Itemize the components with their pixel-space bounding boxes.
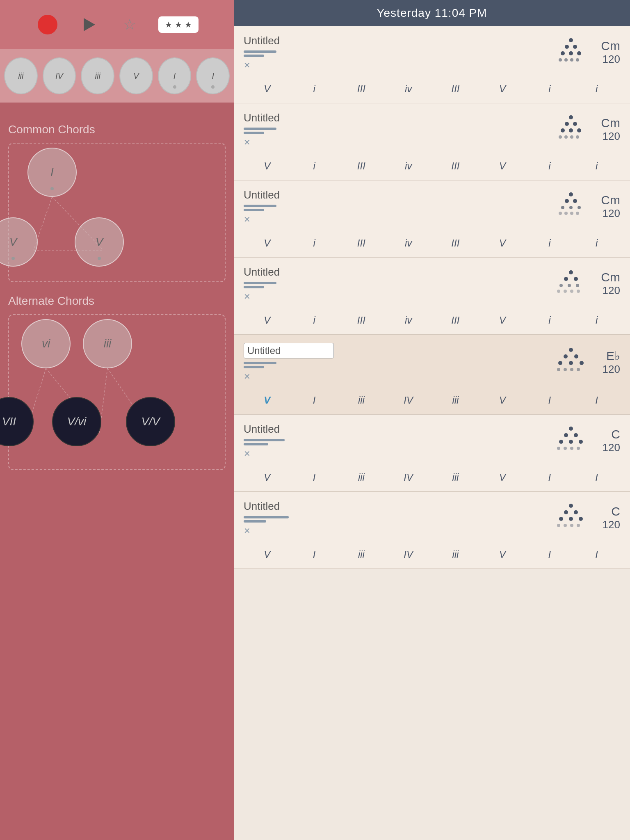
song-cross: ✕: [244, 449, 546, 459]
left-content: Common Chords I V: [0, 103, 234, 478]
dot-indicator: [211, 85, 215, 89]
song-cross: ✕: [244, 292, 546, 301]
svg-point-34: [564, 212, 568, 215]
svg-point-21: [569, 128, 573, 132]
svg-point-65: [570, 447, 573, 450]
svg-point-60: [559, 440, 563, 444]
svg-point-9: [573, 45, 577, 49]
svg-point-74: [564, 524, 567, 527]
common-chords-label: Common Chords: [8, 123, 226, 136]
svg-point-70: [559, 517, 563, 521]
song-line: [244, 520, 266, 523]
song-item-1[interactable]: Untitled ✕: [234, 26, 630, 103]
svg-point-57: [569, 427, 573, 431]
svg-point-59: [574, 433, 578, 437]
svg-point-46: [577, 290, 580, 293]
node-V-V[interactable]: V/V: [126, 397, 175, 446]
node-dot: [50, 187, 54, 190]
song-info-7: Untitled ✕: [244, 500, 546, 536]
dot-pattern-svg-eb: [555, 346, 587, 379]
song-item-6[interactable]: Untitled ✕: [234, 415, 630, 492]
song-key-1: Cm 120: [596, 39, 620, 66]
svg-point-42: [576, 284, 579, 287]
chord-bubble-4[interactable]: V: [119, 57, 153, 94]
svg-point-14: [564, 58, 568, 62]
node-V[interactable]: V: [75, 217, 124, 267]
node-iii[interactable]: iii: [83, 319, 132, 368]
svg-point-23: [559, 135, 562, 139]
song-item-3[interactable]: Untitled ✕: [234, 180, 630, 258]
song-dots-5: [555, 346, 587, 379]
svg-point-69: [574, 510, 578, 514]
chord-sequence-3: V i III iv III V i i: [234, 233, 630, 257]
chord-sequence-1: V i III iv III V i i: [234, 78, 630, 103]
dot-pattern-svg: [555, 36, 587, 69]
chord-bubble-1[interactable]: iii: [4, 57, 38, 94]
song-info-6: Untitled ✕: [244, 423, 546, 459]
song-title-input[interactable]: [244, 343, 334, 358]
song-line: [244, 209, 264, 211]
song-item-4[interactable]: Untitled ✕: [234, 258, 630, 335]
dot-pattern-svg-c2: [555, 502, 587, 534]
song-lines-4: ✕: [244, 282, 546, 301]
song-line: [244, 439, 285, 441]
song-item-2[interactable]: Untitled ✕: [234, 103, 630, 180]
svg-point-16: [576, 58, 579, 62]
dot-pattern-svg: [555, 113, 587, 146]
play-button[interactable]: [76, 12, 101, 37]
chord-sequence-6: V I iii IV iii V I I: [234, 467, 630, 491]
node-I[interactable]: I: [27, 148, 77, 197]
svg-point-11: [569, 51, 573, 55]
song-title-3: Untitled: [244, 189, 546, 201]
record-button[interactable]: [35, 12, 60, 37]
favorite-button[interactable]: ☆: [117, 12, 142, 37]
song-info-1: Untitled ✕: [244, 34, 546, 70]
svg-point-44: [564, 290, 567, 293]
song-dots-4: [555, 267, 587, 300]
chord-bubble-3[interactable]: iii: [81, 57, 114, 94]
song-key-2: Cm 120: [596, 116, 620, 143]
song-line: [244, 205, 276, 207]
song-lines-5: ✕: [244, 362, 546, 381]
chord-bubble-6[interactable]: I: [196, 57, 230, 94]
svg-point-26: [576, 135, 579, 139]
song-line: [244, 50, 276, 53]
song-title-7: Untitled: [244, 500, 546, 513]
svg-point-58: [564, 433, 568, 437]
song-item-5[interactable]: ✕ E♭ 120: [234, 335, 630, 415]
node-V-vi[interactable]: V/vi: [52, 397, 101, 446]
svg-point-20: [561, 128, 565, 132]
svg-point-49: [574, 354, 578, 358]
song-dots-6: [555, 425, 587, 457]
song-dots-3: [555, 190, 587, 223]
song-cross: ✕: [244, 137, 546, 147]
song-line: [244, 516, 289, 518]
svg-point-24: [564, 135, 568, 139]
svg-point-55: [570, 368, 573, 371]
node-vi[interactable]: vi: [21, 319, 71, 368]
svg-point-43: [557, 290, 560, 293]
svg-point-22: [577, 128, 581, 132]
svg-point-33: [559, 212, 562, 215]
node-dot: [11, 257, 15, 260]
song-title-1: Untitled: [244, 34, 546, 47]
song-item-7[interactable]: Untitled ✕: [234, 492, 630, 569]
song-info-2: Untitled ✕: [244, 112, 546, 147]
rating-star-1: ★: [165, 20, 172, 30]
song-lines-2: ✕: [244, 128, 546, 147]
svg-point-37: [569, 270, 573, 274]
svg-point-18: [565, 122, 569, 126]
svg-point-52: [580, 361, 584, 365]
record-dot-icon: [38, 15, 57, 34]
rating-box: ★ ★ ★: [158, 16, 199, 33]
svg-point-68: [564, 510, 568, 514]
svg-point-8: [565, 45, 569, 49]
song-title-5: [244, 343, 546, 358]
chord-bubble-5[interactable]: I: [158, 57, 192, 94]
song-line: [244, 366, 264, 368]
svg-point-66: [577, 447, 580, 450]
svg-point-19: [573, 122, 577, 126]
chord-bubble-2[interactable]: IV: [43, 57, 76, 94]
svg-point-76: [577, 524, 580, 527]
svg-point-63: [557, 447, 560, 450]
